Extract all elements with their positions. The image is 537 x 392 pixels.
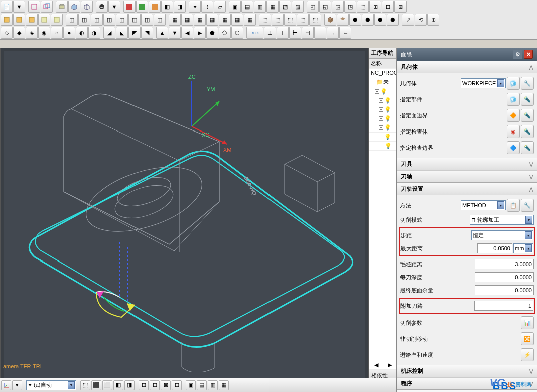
method-dropdown[interactable]: METHOD▼ [461, 200, 506, 210]
tb2-d[interactable] [38, 14, 50, 26]
geometry-edit-icon[interactable]: 🧊 [507, 77, 520, 90]
bt-12[interactable]: ▥ [208, 380, 218, 390]
gear-icon[interactable]: ⚙ [513, 50, 522, 59]
tb2-10[interactable]: ▦ [181, 14, 193, 26]
tb3-8[interactable]: ◑ [88, 27, 100, 39]
tb2-x3[interactable]: ⊕ [427, 14, 439, 26]
tb3-25[interactable]: ¬ [327, 27, 339, 39]
tree-node-4[interactable]: +💡 [369, 114, 396, 123]
method-wrench-icon[interactable]: 🔧 [521, 199, 534, 212]
tb-wire[interactable] [81, 1, 93, 13]
tb3-19[interactable]: ⬡ [231, 27, 243, 39]
tb2-e[interactable] [51, 14, 63, 26]
tb-m1[interactable]: ▣ [229, 1, 241, 13]
tb3-16[interactable]: ▶ [194, 27, 206, 39]
tb2-iso4[interactable]: ⬢ [362, 14, 374, 26]
method-edit-icon[interactable]: 📋 [507, 199, 520, 212]
tb3-3[interactable]: ◈ [26, 27, 38, 39]
tb2-5[interactable]: ◫ [116, 14, 128, 26]
tree-node-1[interactable]: −💡 [369, 87, 396, 96]
tb2-iso6[interactable]: ⬢ [387, 14, 399, 26]
tb3-14[interactable]: ▼ [169, 27, 181, 39]
tb-m4[interactable]: ▦ [266, 1, 279, 13]
tb2-3[interactable]: ◫ [91, 14, 103, 26]
geometry-dropdown[interactable]: WORKPIECE▼ [461, 78, 506, 88]
bt-4[interactable]: ◧ [113, 380, 123, 390]
tb2-iso2[interactable] [337, 14, 349, 26]
tb-red[interactable] [123, 1, 136, 13]
tb-sphere[interactable] [96, 1, 108, 13]
check-body-icon[interactable]: ◉ [507, 125, 520, 138]
tb2-8[interactable]: ◫ [154, 14, 166, 26]
tb2-a[interactable] [1, 14, 13, 26]
close-icon[interactable]: ✕ [524, 50, 533, 59]
tb3-2[interactable]: ◆ [13, 27, 25, 39]
section-geometry[interactable]: 几何体⋀ [397, 61, 537, 73]
bt-9[interactable]: ⊡ [172, 380, 182, 390]
tb2-13[interactable]: ▦ [219, 14, 231, 26]
finalfloor-input[interactable] [475, 285, 534, 295]
tb-cyl[interactable] [56, 1, 68, 13]
tb3-17[interactable]: ⬟ [206, 27, 218, 39]
addpass-input[interactable] [474, 301, 533, 311]
tb-m6[interactable]: ▨ [292, 1, 304, 13]
tb-w4[interactable]: ◳ [344, 1, 356, 13]
3d-viewport[interactable]: 80A-HQ ZC YM XM XC amera TFR-TRI [0, 48, 369, 392]
tb3-box[interactable]: BOX [246, 27, 263, 39]
tb3-5[interactable]: ○ [51, 27, 63, 39]
tb2-20[interactable]: ⬚ [309, 14, 321, 26]
blankdist-input[interactable] [475, 259, 534, 269]
tb2-c[interactable] [26, 14, 38, 26]
tb2-x2[interactable]: ⟲ [415, 14, 427, 26]
tb-w8[interactable]: ⊠ [394, 1, 407, 13]
bt-1[interactable]: ⬚ [80, 380, 90, 390]
tb-box[interactable] [68, 1, 80, 13]
tb2-iso3[interactable]: ⬢ [349, 14, 361, 26]
tree-node-3[interactable]: +💡 [369, 105, 396, 114]
tb3-4[interactable]: ◉ [38, 27, 50, 39]
bt-triad[interactable] [1, 380, 11, 390]
tb3-24[interactable]: ⌐ [314, 27, 326, 39]
tb3-9[interactable]: ◢ [103, 27, 115, 39]
section-toolaxis[interactable]: 刀轴⋁ [397, 170, 537, 183]
tb2-iso1[interactable] [324, 14, 336, 26]
tb-w7[interactable]: ⊟ [382, 1, 394, 13]
tb2-14[interactable]: ▦ [231, 14, 243, 26]
tb2-16[interactable]: ⬚ [259, 14, 271, 26]
torch-icon-4[interactable]: 🔦 [521, 141, 534, 154]
tb2-9[interactable]: ▦ [169, 14, 181, 26]
tb3-15[interactable]: ◀ [181, 27, 193, 39]
tb3-10[interactable]: ◣ [116, 27, 128, 39]
section-tool[interactable]: 刀具⋁ [397, 158, 537, 170]
tb-ptX[interactable]: ⊹ [201, 1, 213, 13]
tb-axisX[interactable]: ✦ [189, 1, 201, 13]
stepover-dropdown[interactable]: 恒定▼ [471, 230, 533, 240]
tb3-6[interactable]: ● [63, 27, 75, 39]
bt-10[interactable]: ▣ [186, 380, 196, 390]
tb-misc1[interactable]: ◧ [161, 1, 173, 13]
tb-misc2[interactable]: ◨ [174, 1, 186, 13]
torch-icon-3[interactable]: 🔦 [521, 125, 534, 138]
tb2-18[interactable]: ⬚ [284, 14, 296, 26]
tree-node-6[interactable]: −💡 [369, 133, 396, 142]
tree-node-unused[interactable]: −📁未 [369, 77, 396, 87]
tb3-21[interactable]: ⊤ [277, 27, 289, 39]
tb-m3[interactable]: ▥ [254, 1, 266, 13]
tb3-7[interactable]: ◐ [76, 27, 88, 39]
check-bnd-icon[interactable]: 🔷 [507, 141, 520, 154]
tb2-19[interactable]: ⬚ [297, 14, 309, 26]
tb2-17[interactable]: ⬚ [272, 14, 284, 26]
tree-scroll-right[interactable]: ▶ [383, 361, 396, 370]
depth-input[interactable] [475, 272, 534, 282]
tree-node-5[interactable]: +💡 [369, 123, 396, 133]
tb2-1[interactable]: ◫ [66, 14, 78, 26]
tb3-1[interactable]: ◇ [1, 27, 13, 39]
tb2-4[interactable]: ◫ [103, 14, 115, 26]
tree-node-7[interactable]: 💡 [369, 142, 396, 151]
tb-w5[interactable]: ⬚ [357, 1, 369, 13]
section-path[interactable]: 刀轨设置⋀ [397, 183, 537, 195]
tb2-11[interactable]: ▦ [194, 14, 206, 26]
bt-13[interactable]: ▦ [219, 380, 229, 390]
tb2-7[interactable]: ◫ [141, 14, 153, 26]
face-bnd-icon[interactable]: 🔶 [507, 109, 520, 122]
